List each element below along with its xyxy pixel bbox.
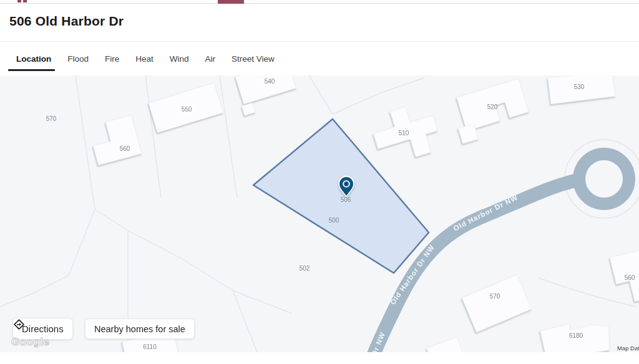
google-watermark: Google bbox=[11, 336, 50, 348]
parcel-label-506: 506 bbox=[341, 196, 351, 203]
building-520 bbox=[449, 79, 532, 144]
parcel-label-500: 500 bbox=[329, 217, 339, 224]
top-remnant-mark bbox=[23, 0, 27, 2]
top-remnant-mark bbox=[17, 0, 21, 2]
top-remnant-strip bbox=[0, 0, 639, 4]
map-canvas: 5705605505405105205305065005025705606180… bbox=[0, 75, 639, 352]
parcel-label-560: 560 bbox=[625, 274, 635, 281]
tab-flood[interactable]: Flood bbox=[59, 54, 97, 64]
nearby-homes-button[interactable]: Nearby homes for sale bbox=[85, 318, 195, 339]
parcel-label-502: 502 bbox=[300, 265, 310, 272]
property-map[interactable]: 5705605505405105205305065005025705606180… bbox=[0, 75, 639, 352]
parcel-label-510: 510 bbox=[399, 130, 409, 136]
parcel-label-520: 520 bbox=[487, 103, 498, 110]
tab-air[interactable]: Air bbox=[197, 54, 224, 64]
parcel-label-560: 560 bbox=[120, 145, 130, 152]
tab-fire[interactable]: Fire bbox=[97, 54, 127, 64]
tab-wind[interactable]: Wind bbox=[162, 54, 197, 64]
tab-street-view[interactable]: Street View bbox=[223, 54, 283, 64]
parcel-label-550: 550 bbox=[182, 106, 192, 113]
parcel-label-6110: 6110 bbox=[143, 343, 157, 350]
map-attribution: Map Data bbox=[617, 345, 639, 352]
building-fragment bbox=[426, 337, 463, 352]
parcel-label-570: 570 bbox=[490, 293, 500, 300]
nearby-homes-label: Nearby homes for sale bbox=[94, 324, 185, 334]
directions-icon bbox=[13, 318, 25, 330]
active-tab-underline bbox=[8, 69, 55, 71]
tab-heat[interactable]: Heat bbox=[127, 54, 162, 64]
building-570-bottom bbox=[462, 275, 532, 333]
parcel-label-6180: 6180 bbox=[569, 332, 583, 339]
tab-bar: Location Flood Fire Heat Wind Air Street… bbox=[0, 41, 639, 75]
building-560-left bbox=[88, 115, 142, 165]
directions-label: Directions bbox=[22, 323, 64, 334]
tab-location[interactable]: Location bbox=[8, 54, 59, 64]
parcel-label-540: 540 bbox=[265, 78, 275, 85]
parcel-label-570: 570 bbox=[46, 115, 57, 122]
parcel-label-530: 530 bbox=[574, 84, 585, 90]
header: 506 Old Harbor Dr bbox=[0, 4, 639, 41]
cul-de-sac bbox=[579, 154, 629, 204]
page-title: 506 Old Harbor Dr bbox=[9, 14, 639, 29]
top-remnant-block bbox=[218, 0, 244, 4]
